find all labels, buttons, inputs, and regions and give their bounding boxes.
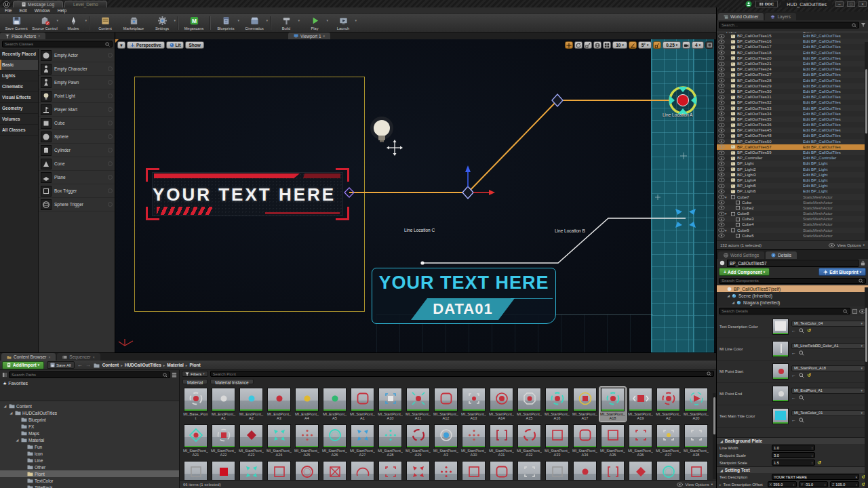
browse-to-asset-icon[interactable] (799, 395, 804, 401)
asset-tile[interactable] (349, 460, 376, 480)
asset-mi-startpiont-a20[interactable]: MI_StartPiont_A20 (683, 387, 709, 422)
menu-edit[interactable]: Edit (19, 8, 26, 13)
endpoint-scale-input[interactable]: 3.0↕ (772, 452, 815, 458)
perspective-button[interactable]: Perspective (127, 41, 165, 49)
chip-material-instance[interactable]: Material Instance (210, 379, 254, 384)
dropdown-arrow-icon[interactable]: ▾ (174, 18, 176, 22)
toolbar-build[interactable]: Build ▾ (272, 14, 300, 32)
visibility-eye-icon[interactable] (718, 128, 725, 133)
offset-y-input[interactable]: Y-31.0↕ (799, 481, 828, 487)
list-view-icon[interactable] (172, 372, 177, 378)
offset-z-input[interactable]: Z105.0↕ (830, 481, 859, 487)
asset-mi-endpiont-a2[interactable]: MI_EndPiont_A2 (238, 387, 264, 422)
maximize-viewport-button[interactable] (705, 41, 713, 49)
actor-item-empty-actor[interactable]: Empty Actor (39, 49, 115, 62)
visibility-eye-icon[interactable] (718, 78, 725, 83)
tab-layers[interactable]: Layers (765, 13, 796, 20)
sidebar-item-basic[interactable]: Basic (0, 60, 38, 70)
asset-scrollbar[interactable] (713, 393, 716, 479)
doc-button[interactable]: DOC (755, 1, 778, 7)
filters-button[interactable]: Filters ▾ (182, 371, 208, 377)
search-assets[interactable] (210, 371, 714, 377)
asset-mi-startpiont-a29[interactable]: MI_StartPiont_A29 (405, 424, 431, 458)
camera-speed-value[interactable]: 4▾ (692, 41, 704, 49)
search-components[interactable] (719, 278, 866, 284)
asset-mi-startpiont-a37[interactable]: MI_StartPiont_A37 (655, 424, 682, 458)
actor-item-box-trigger[interactable]: Box Trigger (39, 184, 115, 198)
folder-icon[interactable]: icon (0, 450, 179, 457)
nav-back-button[interactable]: ← (77, 362, 83, 368)
asset-mi-endpiont-a5[interactable]: MI_EndPiont_A5 (321, 387, 348, 422)
asset-tile[interactable] (516, 460, 542, 480)
asset-tile[interactable] (572, 460, 598, 480)
search-paths[interactable] (9, 371, 170, 378)
visibility-eye-icon[interactable] (718, 195, 725, 199)
property-matrix-icon[interactable] (852, 308, 858, 314)
toolbar-launch[interactable]: Launch ▾ (329, 14, 357, 32)
visibility-eye-icon[interactable] (718, 228, 725, 232)
material-select-dropdown[interactable]: MI_StartPiont_A18▾ (791, 365, 865, 371)
actor-type-link[interactable]: Edit BP_CallOutTiles (803, 39, 868, 43)
actor-type-link[interactable]: Edit BP_CallOutTiles (803, 84, 868, 88)
actor-type-link[interactable]: Edit BP_CallOutTiles (803, 56, 868, 60)
drag-grip-icon[interactable] (108, 161, 113, 166)
drag-grip-icon[interactable] (108, 121, 113, 125)
asset-mi-startpiont-a1[interactable]: MI_StartPiont_A1 (349, 387, 376, 422)
table-row[interactable]: BP_Light3 Edit BP_Light (717, 172, 868, 178)
folder-line[interactable]: Line (0, 457, 179, 464)
tab-message-log[interactable]: Message Log (13, 1, 63, 7)
breadcrumb-piont[interactable]: Piont (189, 363, 200, 367)
asset-mi-startpiont-a21[interactable]: MI_StartPiont_A21 (182, 424, 209, 458)
save-all-button[interactable]: Save All (47, 361, 75, 369)
dropdown-arrow-icon[interactable]: ▾ (856, 475, 858, 479)
folder-piont[interactable]: Piont (0, 470, 179, 477)
material-thumbnail[interactable] (772, 386, 789, 402)
asset-tile[interactable] (266, 460, 292, 480)
spinner-icon[interactable]: ↕ (811, 461, 813, 465)
asset-mi-startpiont-a33[interactable]: MI_StartPiont_A33 (544, 424, 570, 458)
actor-type-link[interactable]: Edit BP_Light (803, 178, 868, 182)
offset-x-input[interactable]: X395.0↕ (768, 481, 797, 487)
outliner-filter-icon[interactable] (861, 22, 866, 28)
visibility-eye-icon[interactable] (718, 150, 725, 155)
actor-type-link[interactable]: Edit BP_CallOutTiles (803, 117, 868, 121)
asset-mi-startpiont-a10[interactable]: MI_StartPiont_A10 (377, 387, 403, 422)
material-thumbnail[interactable] (772, 319, 789, 335)
table-row[interactable]: BP_Light6 Edit BP_Light (717, 188, 868, 194)
scale-snap-button[interactable] (653, 41, 661, 49)
section-background-plate[interactable]: ◢ Background Plate (717, 437, 868, 444)
asset-mi-startpiont-a24[interactable]: MI_StartPiont_A24 (266, 424, 292, 458)
dropdown-arrow-icon[interactable]: ▾ (298, 18, 300, 22)
breadcrumb-content[interactable]: Content (102, 363, 119, 367)
visibility-eye-icon[interactable] (718, 134, 725, 138)
table-row[interactable]: BP_CallOutTiles32 Edit BP_CallOutTiles (717, 100, 868, 105)
visibility-eye-icon[interactable] (718, 217, 725, 222)
toolbar-play[interactable]: Play ▾ (300, 14, 329, 32)
sidebar-item-recently-placed[interactable]: Recently Placed (0, 49, 38, 60)
actor-type-link[interactable]: Edit BP_CallOutTiles (803, 134, 868, 138)
material-select-dropdown[interactable]: MI_TextColor_04▾ (791, 321, 865, 327)
visibility-eye-icon[interactable] (718, 172, 725, 177)
actor-item-sphere-trigger[interactable]: Sphere Trigger (39, 198, 115, 211)
add-import-button[interactable]: Add/Import▾ (2, 361, 44, 369)
asset-mi-startpiont-a30[interactable]: MI_StartPiont_A30 (460, 424, 487, 458)
toolbar-megascans[interactable]: M Megascans (180, 14, 208, 32)
asset-mi-startpiont-a35[interactable]: MI_StartPiont_A35 (599, 424, 626, 458)
actor-type-link[interactable]: Edit BP_CallOutTiles (803, 79, 868, 83)
table-row[interactable]: BP_Controller Edit BP_Controller (717, 155, 868, 161)
visibility-eye-icon[interactable] (718, 111, 725, 116)
drag-grip-icon[interactable] (108, 175, 113, 180)
rotation-snap-button[interactable] (629, 41, 637, 49)
asset-mi-startpiont-a22[interactable]: MI_StartPiont_A22 (210, 424, 237, 458)
asset-tile[interactable] (627, 460, 654, 480)
visibility-eye-icon[interactable] (718, 62, 725, 66)
folder-other[interactable]: Other (0, 464, 179, 470)
sidebar-item-volumes[interactable]: Volumes (0, 114, 38, 125)
table-row[interactable]: Cube5 StaticMeshActor (717, 233, 868, 239)
folder-maps[interactable]: Maps (0, 430, 179, 436)
visibility-eye-icon[interactable] (718, 233, 725, 238)
visibility-eye-icon[interactable] (718, 156, 725, 161)
asset-mi-endpiont-a3[interactable]: MI_EndPiont_A3 (266, 387, 292, 422)
asset-mi-startpiont-a26[interactable]: MI_StartPiont_A26 (321, 424, 348, 458)
translate-tool-button[interactable] (565, 41, 573, 49)
